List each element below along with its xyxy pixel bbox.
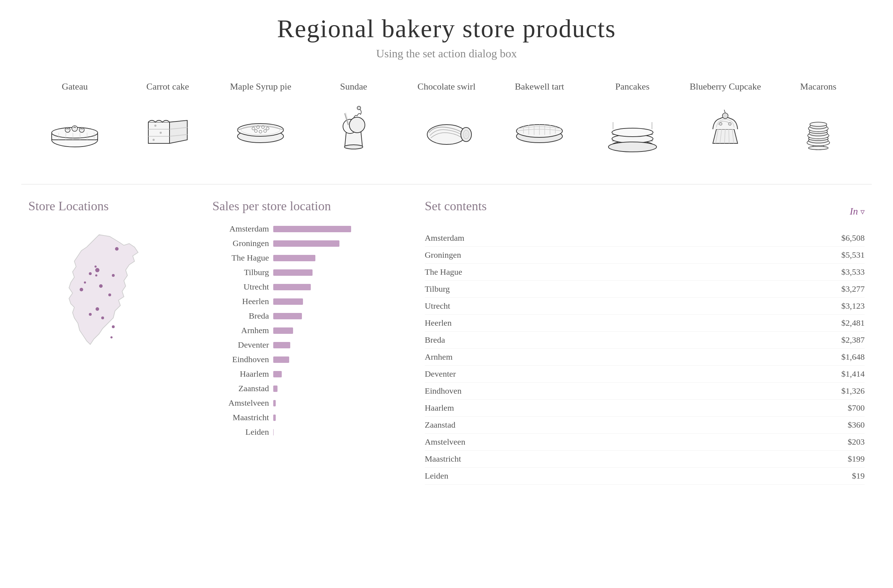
svg-point-80 <box>99 284 103 288</box>
svg-point-18 <box>154 125 156 127</box>
set-header: Set contents In ▿ <box>425 199 865 224</box>
bar-fill <box>273 371 282 377</box>
product-image-blueberry-cupcake <box>697 99 753 156</box>
bar-fill <box>273 226 351 232</box>
set-value: $19 <box>852 471 865 481</box>
product-gateau[interactable]: Gateau <box>28 81 122 156</box>
bar-city-label: Amstelveen <box>212 398 269 408</box>
set-row: Breda $2,387 <box>425 332 865 349</box>
svg-point-78 <box>80 288 83 291</box>
svg-point-89 <box>110 336 113 338</box>
set-city: Amsterdam <box>425 233 465 243</box>
product-carrot-cake[interactable]: Carrot cake <box>122 81 215 156</box>
bar-fill <box>273 385 278 392</box>
product-image-gateau <box>47 99 103 156</box>
bar-city-label: Utrecht <box>212 282 269 292</box>
bar-city-label: Leiden <box>212 427 269 437</box>
set-value: $3,533 <box>841 267 865 277</box>
svg-point-53 <box>609 142 657 152</box>
product-sundae[interactable]: Sundae <box>307 81 400 156</box>
svg-point-61 <box>722 113 728 119</box>
svg-point-90 <box>84 281 86 284</box>
bar-row: Tilburg <box>212 268 403 277</box>
bar-fill <box>273 356 289 363</box>
sales-title: Sales per store location <box>212 199 403 214</box>
bar-track <box>273 255 403 261</box>
product-label-blueberry-cupcake: Blueberry Cupcake <box>690 81 761 92</box>
set-value: $1,414 <box>841 369 865 379</box>
svg-point-38 <box>461 128 472 141</box>
bar-track <box>273 298 403 305</box>
set-row: Tilburg $3,277 <box>425 281 865 298</box>
product-pancakes[interactable]: Pancakes <box>586 81 679 156</box>
svg-line-59 <box>729 129 729 143</box>
set-value: $700 <box>848 403 865 413</box>
bar-city-label: Amsterdam <box>212 224 269 234</box>
svg-point-34 <box>357 106 361 110</box>
bar-fill <box>273 313 302 319</box>
set-city: Tilburg <box>425 284 450 294</box>
set-city: Arnhem <box>425 352 453 362</box>
product-image-pancakes <box>604 99 661 156</box>
bar-fill <box>273 400 276 406</box>
set-row: Amsterdam $6,508 <box>425 230 865 247</box>
set-row: Groningen $5,531 <box>425 247 865 264</box>
set-row: Heerlen $2,481 <box>425 315 865 332</box>
svg-point-31 <box>344 145 363 149</box>
svg-point-83 <box>108 293 111 296</box>
svg-point-85 <box>101 316 104 319</box>
svg-point-63 <box>719 122 722 125</box>
set-row: Eindhoven $1,326 <box>425 383 865 400</box>
products-row: Gateau <box>28 81 865 156</box>
set-row: Zaanstad $360 <box>425 417 865 434</box>
product-maple-syrup-pie[interactable]: Maple Syrup pie <box>214 81 307 156</box>
bar-row: Arnhem <box>212 326 403 335</box>
product-bakewell-tart[interactable]: Bakewell tart <box>493 81 586 156</box>
bar-city-label: Zaanstad <box>212 384 269 393</box>
set-filter-icon[interactable]: In ▿ <box>850 206 865 217</box>
product-label-maple-syrup-pie: Maple Syrup pie <box>230 81 291 92</box>
product-label-sundae: Sundae <box>340 81 367 92</box>
page-container: Regional bakery store products Using the… <box>0 0 893 499</box>
svg-point-20 <box>153 139 155 141</box>
svg-point-19 <box>159 132 162 134</box>
bar-track <box>273 356 403 363</box>
product-image-macarons <box>790 99 846 156</box>
product-image-chocolate-swirl <box>418 99 475 156</box>
product-chocolate-swirl[interactable]: Chocolate swirl <box>400 81 493 156</box>
bar-city-label: Breda <box>212 311 269 321</box>
bar-track <box>273 269 403 276</box>
set-city: Breda <box>425 335 445 345</box>
svg-point-88 <box>95 274 97 277</box>
svg-point-81 <box>112 325 115 328</box>
set-city: Groningen <box>425 250 461 260</box>
netherlands-map <box>28 224 177 373</box>
bar-row: Leiden <box>212 427 403 437</box>
set-city: The Hague <box>425 267 462 277</box>
product-blueberry-cupcake[interactable]: Blueberry Cupcake <box>679 81 772 156</box>
product-label-macarons: Macarons <box>800 81 837 92</box>
svg-point-3 <box>65 128 70 132</box>
bar-row: Zaanstad <box>212 384 403 393</box>
svg-point-4 <box>72 126 78 131</box>
bar-fill <box>273 415 276 421</box>
set-row: Utrecht $3,123 <box>425 298 865 315</box>
bar-row: Maastricht <box>212 413 403 422</box>
svg-point-64 <box>728 122 731 125</box>
store-locations-title: Store Locations <box>28 199 191 214</box>
svg-point-5 <box>79 128 84 132</box>
svg-point-33 <box>349 117 365 133</box>
bar-row: The Hague <box>212 253 403 263</box>
set-row: Haarlem $700 <box>425 400 865 417</box>
svg-point-22 <box>238 123 284 136</box>
set-row: The Hague $3,533 <box>425 264 865 281</box>
product-macarons[interactable]: Macarons <box>772 81 865 156</box>
svg-point-82 <box>89 313 92 316</box>
bar-track <box>273 371 403 377</box>
set-value: $199 <box>848 454 865 464</box>
bar-row: Amsterdam <box>212 224 403 234</box>
bar-row: Haarlem <box>212 369 403 379</box>
bar-fill <box>273 342 290 348</box>
bar-track <box>273 342 403 348</box>
set-city: Deventer <box>425 369 456 379</box>
